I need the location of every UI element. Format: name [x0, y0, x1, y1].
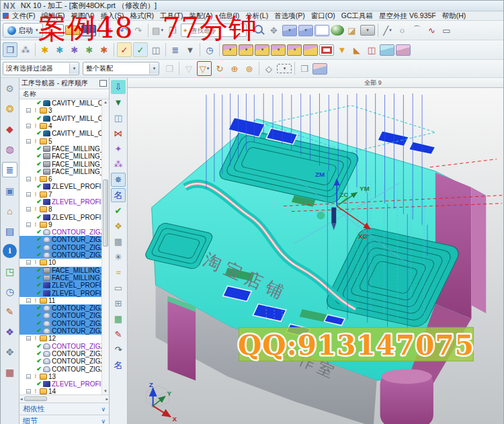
command-finder[interactable]: ✦▾	[181, 24, 247, 37]
scroll-track[interactable]	[103, 105, 108, 388]
tree-item-8[interactable]: –!8	[19, 206, 101, 213]
mill-path-icon[interactable]: ⇩	[111, 80, 126, 94]
create-method-button[interactable]: ✱	[83, 43, 96, 56]
scroll-down-icon[interactable]: ▼	[103, 388, 108, 394]
library-pair-button[interactable]: ◫	[365, 43, 378, 56]
web-browser-icon[interactable]: ℹ	[3, 244, 17, 258]
menu-分析(L)[interactable]: 分析(L)	[245, 11, 268, 21]
tree-item-CONTOUR_ZIGZ[interactable]: ✔CONTOUR_ZIGZ	[19, 320, 101, 327]
chevron-down-icon[interactable]: ∨	[101, 406, 106, 413]
collapse-icon[interactable]: –	[26, 192, 31, 197]
sheet-tool-icon[interactable]: ⊞	[111, 296, 126, 310]
cut-button[interactable]: ✖	[102, 24, 116, 37]
tree-item-ZLEVEL_PROFILE[interactable]: ✔ZLEVEL_PROFILE	[19, 282, 101, 289]
tree-item-CONTOUR_ZIGZ[interactable]: ✔CONTOUR_ZIGZ	[19, 251, 101, 259]
menu-文件(F)[interactable]: 文件(F)	[12, 11, 35, 21]
hscroll-thumb[interactable]	[24, 396, 47, 401]
assembly-navigator-icon[interactable]: ❂	[3, 101, 17, 116]
system-clock-icon[interactable]: ◷	[3, 284, 17, 298]
sketch-circle-button[interactable]: ○	[396, 24, 409, 37]
collapse-icon[interactable]: –	[26, 108, 31, 113]
tree-item-CAVITY_MILL_C..[interactable]: ✔CAVITY_MILL_C..	[19, 99, 101, 107]
show-toolpath-button[interactable]: ❒	[3, 42, 17, 57]
tree-item-13[interactable]: –!13	[19, 373, 101, 380]
tec-edit-icon[interactable]: ✎	[111, 327, 126, 341]
dropdown-caret-icon[interactable]: ▾	[261, 47, 264, 52]
scope-filter-select[interactable]: 整个装配▾	[83, 62, 159, 75]
section-dependencies[interactable]: 相依性 ∨	[19, 402, 109, 415]
polygon-select-button[interactable]: ◇	[262, 62, 276, 75]
menu-窗口(O)[interactable]: 窗口(O)	[311, 11, 335, 21]
dropdown-caret-icon[interactable]: ▾	[278, 47, 280, 52]
menu-信息(I)[interactable]: 信息(I)	[218, 11, 239, 21]
dropdown-caret-icon[interactable]: ▾	[232, 28, 235, 33]
verify-toolpath-button[interactable]: ✓	[133, 42, 148, 57]
start-menu-button[interactable]: 启动▾	[3, 23, 43, 38]
show-name-icon[interactable]: 名	[111, 188, 126, 202]
scene[interactable]: 淘宝店铺 工作室	[128, 88, 503, 424]
tree-item-FACE_MILLING_[interactable]: ✔FACE_MILLING_	[19, 267, 101, 274]
copy-display-button[interactable]: ❐	[166, 24, 179, 37]
create-geometry-button[interactable]: ✱	[68, 43, 81, 56]
tree-item-CONTOUR_ZIGZ[interactable]: ✔CONTOUR_ZIGZ	[19, 327, 101, 335]
menu-格式(R)[interactable]: 格式(R)	[130, 11, 154, 21]
workpiece-clock-icon[interactable]: ◷	[203, 43, 216, 56]
new-file-button[interactable]	[49, 24, 64, 36]
tree-item-CONTOUR_ZIGZ[interactable]: ✔CONTOUR_ZIGZ	[19, 365, 101, 372]
selection-filter-select[interactable]: 没有选择过滤器▾	[3, 62, 79, 75]
menu-装配(A)[interactable]: 装配(A)	[189, 11, 212, 21]
tree-item-3[interactable]: –!3	[19, 107, 101, 114]
palette-icon[interactable]: ✎	[3, 304, 17, 319]
sketch-rectangle-button[interactable]: ▭	[440, 24, 454, 37]
tree-item-9[interactable]: –!9	[19, 221, 101, 228]
tree-item-FACE_MILLING_.[interactable]: ✔FACE_MILLING_.	[19, 160, 101, 167]
sketch-profile-button[interactable]: ∿	[425, 24, 439, 37]
collapse-icon[interactable]: –	[26, 139, 31, 144]
reorder-icon[interactable]: ↷	[111, 343, 126, 357]
part-navigator-icon[interactable]: ◍	[3, 142, 17, 156]
tree-item-CAVITY_MILL_C..[interactable]: ✔CAVITY_MILL_C..	[19, 130, 101, 137]
collapse-icon[interactable]: –	[26, 124, 31, 128]
mirror-path-icon[interactable]: ⋈	[111, 126, 126, 140]
object-display-button[interactable]	[303, 44, 318, 56]
horizontal-scrollbar[interactable]: ◂ ▸	[19, 394, 109, 402]
tree-item-ZLEVEL_PROFILE[interactable]: ✔ZLEVEL_PROFILE	[19, 198, 101, 206]
redo-button[interactable]: ↷	[132, 24, 145, 37]
path-gear-icon[interactable]: ✳	[111, 250, 126, 264]
menu-帮助(H)[interactable]: 帮助(H)	[442, 11, 466, 21]
section-view-button[interactable]: ◪	[345, 24, 359, 37]
true-shading-button[interactable]	[331, 25, 344, 36]
tree-item-CONTOUR_ZIGZ[interactable]: ✔CONTOUR_ZIGZ	[19, 228, 101, 236]
snap-group-button[interactable]: ⊚	[243, 62, 256, 75]
background-button[interactable]: ▾	[360, 25, 375, 36]
confirm-path-icon[interactable]: ✔	[111, 204, 126, 218]
path-nodes-icon[interactable]: ❖	[111, 219, 126, 233]
rectangle-select-button[interactable]: ▾	[277, 64, 292, 73]
sketch-arc-button[interactable]: ⌒	[411, 24, 424, 37]
dropdown-caret-icon[interactable]: ▾	[245, 47, 248, 52]
menu-首选项(P)[interactable]: 首选项(P)	[274, 11, 305, 21]
command-finder-input[interactable]	[190, 26, 230, 35]
path-sheet-icon[interactable]: ▭	[111, 281, 126, 295]
object-transform-button[interactable]: ▾	[239, 44, 253, 56]
menu-工具(T)[interactable]: 工具(T)	[160, 11, 183, 21]
vertical-scrollbar[interactable]: ▲ ▼	[101, 99, 109, 394]
tool-position-button[interactable]: ⁂	[19, 43, 32, 56]
path-box-icon[interactable]: ▦	[111, 235, 126, 249]
filter-disabled-icon[interactable]: ▽	[182, 62, 196, 75]
show-shaded-icon[interactable]: ❒	[298, 62, 311, 75]
cone-cube-button[interactable]	[396, 44, 411, 56]
tree-item-CONTOUR_ZIGZ[interactable]: ✔CONTOUR_ZIGZ	[19, 304, 101, 312]
cyan-cube-button[interactable]	[380, 44, 394, 56]
print-button[interactable]: ▤▾	[151, 24, 165, 37]
constraint-navigator-icon[interactable]: ◆	[3, 122, 17, 136]
object-delete-button[interactable]: ▾	[255, 44, 269, 56]
dropdown-caret-icon[interactable]: ▾	[69, 63, 79, 74]
dropdown-caret-icon[interactable]: ▾	[389, 28, 392, 33]
dropdown-caret-icon[interactable]: ▾	[229, 47, 232, 52]
open-file-button[interactable]	[65, 26, 80, 35]
window-panel-icon[interactable]: ▦	[3, 365, 17, 379]
tree-item-11[interactable]: –!11	[19, 297, 101, 304]
history-icon[interactable]: ◳	[3, 264, 17, 278]
name-column-header[interactable]: 名称	[19, 89, 109, 99]
